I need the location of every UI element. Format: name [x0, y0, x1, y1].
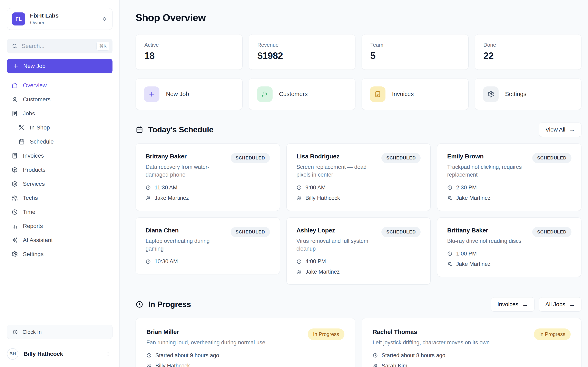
file-text-icon	[370, 86, 385, 102]
status-badge: SCHEDULED	[532, 227, 571, 237]
org-switcher[interactable]: FL Fix-It Labs Owner	[7, 8, 112, 30]
clock-icon	[447, 185, 452, 190]
schedule-cards-grid: Brittany Baker Data recovery from water-…	[136, 143, 581, 285]
schedule-card[interactable]: Ashley Lopez Virus removal and full syst…	[286, 217, 431, 285]
in-progress-section: In Progress Invoices → All Jobs → Brian …	[136, 297, 581, 367]
stat-card-active: Active 18	[136, 34, 242, 70]
stat-card-done: Done 22	[475, 34, 582, 70]
org-role: Owner	[30, 20, 96, 25]
org-name: Fix-It Labs	[30, 12, 96, 19]
users-group-icon	[11, 195, 18, 201]
sidebar-item-techs[interactable]: Techs	[7, 191, 112, 205]
sparkles-icon	[11, 237, 18, 243]
calendar-icon	[18, 138, 25, 145]
status-badge: SCHEDULED	[381, 153, 421, 163]
sidebar-item-invoices[interactable]: Invoices	[7, 149, 112, 163]
home-icon	[11, 82, 18, 89]
in-progress-cards-grid: Brian Miller Fan running loud, overheati…	[136, 318, 581, 367]
all-jobs-button[interactable]: All Jobs →	[539, 297, 581, 312]
main-content: Shop Overview Active 18 Revenue $1982 Te…	[120, 0, 588, 367]
user-plus-icon	[257, 86, 273, 102]
calendar-icon	[136, 126, 143, 133]
schedule-card[interactable]: Diana Chen Laptop overheating during gam…	[136, 217, 280, 275]
clock-icon	[296, 259, 302, 264]
todays-schedule-section: Today's Schedule View All → Brittany Bak…	[136, 123, 581, 285]
new-job-button[interactable]: New Job	[7, 59, 112, 73]
time-row: 11:30 AM	[146, 184, 227, 191]
plus-icon	[13, 63, 19, 69]
schedule-card[interactable]: Brittany Baker Data recovery from water-…	[136, 143, 280, 211]
users-icon	[373, 363, 378, 367]
schedule-card[interactable]: Emily Brown Trackpad not clicking, requi…	[437, 143, 581, 211]
time-row: 4:00 PM	[296, 258, 378, 265]
status-badge: SCHEDULED	[231, 153, 270, 163]
tech-row: Billy Hathcock	[146, 363, 265, 367]
schedule-card[interactable]: Lisa Rodriguez Screen replacement — dead…	[286, 143, 431, 211]
user-icon	[11, 96, 18, 103]
arrow-right-icon: →	[569, 126, 575, 133]
status-badge: SCHEDULED	[231, 227, 270, 237]
quick-action-new-job[interactable]: New Job	[136, 78, 242, 110]
file-text-icon	[11, 152, 18, 159]
package-icon	[11, 167, 18, 173]
invoices-button[interactable]: Invoices →	[491, 297, 535, 312]
schedule-section-title: Today's Schedule	[148, 125, 213, 134]
sidebar: FL Fix-It Labs Owner Search... ⌘K New Jo…	[0, 0, 120, 367]
in-progress-card[interactable]: Rachel Thomas Left joystick drifting, ch…	[362, 318, 581, 367]
stat-card-team: Team 5	[362, 34, 468, 70]
file-text-icon	[11, 110, 18, 117]
arrow-right-icon: →	[522, 301, 528, 308]
users-icon	[146, 363, 152, 367]
sidebar-item-overview[interactable]: Overview	[7, 78, 112, 92]
tech-row: Jake Martinez	[447, 195, 528, 201]
plus-icon	[144, 86, 159, 102]
page-title: Shop Overview	[136, 12, 581, 23]
quick-action-invoices[interactable]: Invoices	[362, 78, 468, 110]
in-progress-card[interactable]: Brian Miller Fan running loud, overheati…	[136, 318, 355, 367]
sidebar-item-settings[interactable]: Settings	[7, 247, 112, 261]
clock-icon	[373, 353, 378, 358]
user-menu-kebab-icon[interactable]	[104, 350, 112, 359]
user-name: Billy Hathcock	[24, 351, 98, 357]
sidebar-item-ai-assistant[interactable]: AI Assistant	[7, 233, 112, 247]
stats-row: Active 18 Revenue $1982 Team 5 Done 22	[136, 34, 581, 70]
schedule-card[interactable]: Brittany Baker Blu-ray drive not reading…	[437, 217, 581, 277]
clock-in-button[interactable]: Clock In	[7, 325, 112, 339]
quick-action-settings[interactable]: Settings	[475, 78, 582, 110]
sidebar-item-customers[interactable]: Customers	[7, 92, 112, 106]
time-row: Started about 8 hours ago	[373, 352, 490, 359]
sidebar-item-schedule[interactable]: Schedule	[7, 134, 112, 149]
clock-icon	[146, 353, 152, 358]
sidebar-item-jobs[interactable]: Jobs	[7, 106, 112, 120]
search-placeholder: Search...	[22, 43, 92, 49]
clock-icon	[12, 329, 18, 335]
status-badge: In Progress	[534, 328, 571, 340]
quick-actions-row: New Job Customers Invoices Settings	[136, 78, 581, 110]
status-badge: SCHEDULED	[532, 153, 571, 163]
sidebar-item-reports[interactable]: Reports	[7, 219, 112, 233]
arrow-right-icon: →	[569, 301, 575, 308]
chevrons-up-down-icon	[101, 16, 107, 22]
sidebar-item-products[interactable]: Products	[7, 163, 112, 177]
stat-card-revenue: Revenue $1982	[249, 34, 356, 70]
sidebar-nav: Overview Customers Jobs In-Shop Schedule	[7, 78, 112, 261]
avatar: BH	[7, 348, 18, 360]
sidebar-item-time[interactable]: Time	[7, 205, 112, 219]
sidebar-item-services[interactable]: Services	[7, 177, 112, 191]
clock-icon	[136, 300, 143, 308]
in-progress-section-title: In Progress	[148, 300, 191, 309]
users-icon	[296, 195, 302, 201]
view-all-button[interactable]: View All →	[539, 123, 581, 137]
search-icon	[12, 43, 17, 49]
quick-action-customers[interactable]: Customers	[249, 78, 356, 110]
current-user-row[interactable]: BH Billy Hathcock	[7, 348, 112, 360]
clock-icon	[296, 185, 302, 190]
tech-row: Jake Martinez	[146, 195, 227, 201]
time-row: 9:00 AM	[296, 184, 378, 191]
sidebar-item-in-shop[interactable]: In-Shop	[7, 120, 112, 134]
status-badge: SCHEDULED	[381, 227, 421, 237]
search-input[interactable]: Search... ⌘K	[7, 39, 112, 53]
tech-row: Billy Hathcock	[296, 195, 378, 201]
gear-icon	[11, 251, 18, 258]
clock-icon	[447, 251, 452, 256]
